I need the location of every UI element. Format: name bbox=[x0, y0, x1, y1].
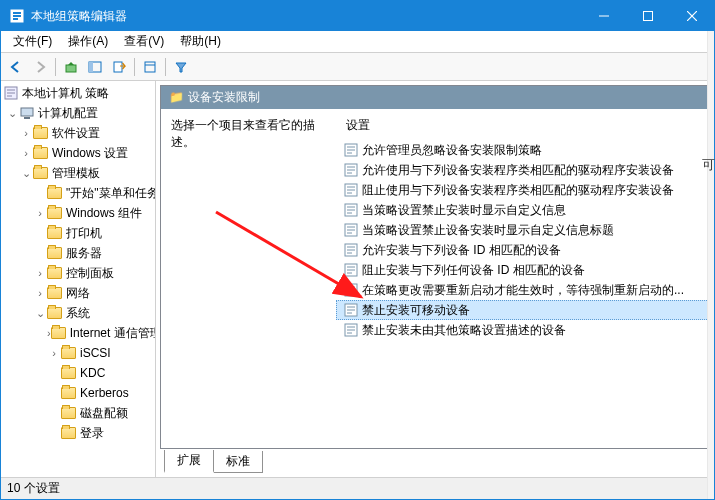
show-hide-tree-button[interactable] bbox=[84, 56, 106, 78]
tree-label: Kerberos bbox=[80, 386, 129, 400]
collapse-icon[interactable]: ⌄ bbox=[33, 307, 47, 320]
description-prompt: 选择一个项目来查看它的描述。 bbox=[171, 117, 326, 151]
setting-row[interactable]: 允许管理员忽略设备安装限制策略 bbox=[336, 140, 709, 160]
tree-label: 登录 bbox=[80, 425, 104, 442]
up-button[interactable] bbox=[60, 56, 82, 78]
tree-windows-components[interactable]: ›Windows 组件 bbox=[1, 203, 155, 223]
setting-row[interactable]: 阻止使用与下列设备安装程序类相匹配的驱动程序安装设备 bbox=[336, 180, 709, 200]
expand-icon[interactable]: › bbox=[19, 127, 33, 139]
right-body: 选择一个项目来查看它的描述。 设置 允许管理员忽略设备安装限制策略允许使用与下列… bbox=[161, 109, 709, 448]
setting-label: 允许使用与下列设备安装程序类相匹配的驱动程序安装设备 bbox=[362, 162, 674, 179]
setting-row[interactable]: 在策略更改需要重新启动才能生效时，等待强制重新启动的... bbox=[336, 280, 709, 300]
tree-iscsi[interactable]: ›iSCSI bbox=[1, 343, 155, 363]
svg-rect-5 bbox=[644, 12, 653, 21]
tree-servers[interactable]: 服务器 bbox=[1, 243, 155, 263]
column-header-setting[interactable]: 设置 bbox=[336, 114, 709, 140]
setting-row[interactable]: 允许使用与下列设备安装程序类相匹配的驱动程序安装设备 bbox=[336, 160, 709, 180]
folder-icon bbox=[47, 245, 63, 261]
tree-internet[interactable]: ›Internet 通信管理 bbox=[1, 323, 155, 343]
setting-icon bbox=[344, 163, 358, 177]
tree-computer-config[interactable]: ⌄ 计算机配置 bbox=[1, 103, 155, 123]
expand-icon[interactable]: › bbox=[33, 287, 47, 299]
setting-label: 当策略设置禁止安装时显示自定义信息 bbox=[362, 202, 566, 219]
minimize-button[interactable] bbox=[582, 1, 626, 31]
tree-label: iSCSI bbox=[80, 346, 111, 360]
setting-label: 阻止使用与下列设备安装程序类相匹配的驱动程序安装设备 bbox=[362, 182, 674, 199]
svg-rect-3 bbox=[13, 18, 18, 20]
tree-network[interactable]: ›网络 bbox=[1, 283, 155, 303]
expand-icon[interactable]: › bbox=[33, 207, 47, 219]
tree-label: 网络 bbox=[66, 285, 90, 302]
collapse-icon[interactable]: ⌄ bbox=[5, 107, 19, 120]
refresh-button[interactable] bbox=[139, 56, 161, 78]
category-header: 📁设备安装限制 bbox=[161, 86, 709, 109]
description-column: 选择一个项目来查看它的描述。 bbox=[161, 109, 336, 448]
expand-icon[interactable]: › bbox=[33, 267, 47, 279]
tree-system[interactable]: ⌄系统 bbox=[1, 303, 155, 323]
tree-label: 管理模板 bbox=[52, 165, 100, 182]
folder-icon bbox=[47, 285, 63, 301]
tree-start-menu[interactable]: "开始"菜单和任务栏 bbox=[1, 183, 155, 203]
setting-icon bbox=[344, 183, 358, 197]
tree-label: Windows 组件 bbox=[66, 205, 142, 222]
collapse-icon[interactable]: ⌄ bbox=[19, 167, 33, 180]
title-bar: 本地组策略编辑器 bbox=[1, 1, 714, 31]
body-split: 本地计算机 策略 ⌄ 计算机配置 ›软件设置 ›Windows 设置 ⌄管理模板… bbox=[1, 81, 714, 477]
svg-rect-11 bbox=[114, 62, 122, 72]
folder-small-icon: 📁 bbox=[169, 90, 184, 104]
setting-row[interactable]: 阻止安装与下列任何设备 ID 相匹配的设备 bbox=[336, 260, 709, 280]
tree-control-panel[interactable]: ›控制面板 bbox=[1, 263, 155, 283]
folder-icon bbox=[33, 165, 49, 181]
expand-icon[interactable]: › bbox=[19, 147, 33, 159]
tree-windows-settings[interactable]: ›Windows 设置 bbox=[1, 143, 155, 163]
svg-rect-18 bbox=[21, 108, 33, 116]
maximize-button[interactable] bbox=[626, 1, 670, 31]
tree-software-settings[interactable]: ›软件设置 bbox=[1, 123, 155, 143]
tree-label: 计算机配置 bbox=[38, 105, 98, 122]
setting-row[interactable]: 当策略设置禁止设备安装时显示自定义信息标题 bbox=[336, 220, 709, 240]
tree-label: 本地计算机 策略 bbox=[22, 85, 109, 102]
status-bar: 10 个设置 bbox=[1, 477, 714, 499]
tree-pane[interactable]: 本地计算机 策略 ⌄ 计算机配置 ›软件设置 ›Windows 设置 ⌄管理模板… bbox=[1, 81, 156, 477]
tree-label: 服务器 bbox=[66, 245, 102, 262]
menu-help[interactable]: 帮助(H) bbox=[172, 31, 229, 52]
toolbar-separator bbox=[134, 58, 135, 76]
tree-kerberos[interactable]: Kerberos bbox=[1, 383, 155, 403]
setting-row[interactable]: 禁止安装可移动设备 bbox=[336, 300, 709, 320]
settings-list[interactable]: 设置 允许管理员忽略设备安装限制策略允许使用与下列设备安装程序类相匹配的驱动程序… bbox=[336, 109, 709, 448]
menu-action[interactable]: 操作(A) bbox=[60, 31, 116, 52]
tree-label: 打印机 bbox=[66, 225, 102, 242]
setting-row[interactable]: 禁止安装未由其他策略设置描述的设备 bbox=[336, 320, 709, 340]
tree-label: 控制面板 bbox=[66, 265, 114, 282]
tree-label: Internet 通信管理 bbox=[70, 325, 156, 342]
setting-icon bbox=[344, 223, 358, 237]
menu-file[interactable]: 文件(F) bbox=[5, 31, 60, 52]
setting-label: 允许管理员忽略设备安装限制策略 bbox=[362, 142, 542, 159]
app-icon bbox=[9, 8, 25, 24]
tree-root[interactable]: 本地计算机 策略 bbox=[1, 83, 155, 103]
svg-rect-2 bbox=[13, 15, 21, 17]
tree-printers[interactable]: 打印机 bbox=[1, 223, 155, 243]
svg-rect-12 bbox=[145, 62, 155, 72]
tree-admin-templates[interactable]: ⌄管理模板 bbox=[1, 163, 155, 183]
folder-icon bbox=[33, 125, 49, 141]
expand-icon[interactable]: › bbox=[47, 347, 61, 359]
filter-button[interactable] bbox=[170, 56, 192, 78]
setting-row[interactable]: 当策略设置禁止安装时显示自定义信息 bbox=[336, 200, 709, 220]
policy-icon bbox=[3, 85, 19, 101]
tree-login[interactable]: 登录 bbox=[1, 423, 155, 443]
setting-icon bbox=[344, 203, 358, 217]
folder-icon bbox=[51, 325, 67, 341]
forward-button[interactable] bbox=[29, 56, 51, 78]
export-button[interactable] bbox=[108, 56, 130, 78]
setting-row[interactable]: 允许安装与下列设备 ID 相匹配的设备 bbox=[336, 240, 709, 260]
back-button[interactable] bbox=[5, 56, 27, 78]
tab-extended[interactable]: 扩展 bbox=[164, 450, 214, 473]
close-button[interactable] bbox=[670, 1, 714, 31]
tree-disk[interactable]: 磁盘配额 bbox=[1, 403, 155, 423]
tree-label: KDC bbox=[80, 366, 105, 380]
tab-standard[interactable]: 标准 bbox=[213, 451, 263, 473]
menu-view[interactable]: 查看(V) bbox=[116, 31, 172, 52]
folder-icon bbox=[61, 405, 77, 421]
tree-kdc[interactable]: KDC bbox=[1, 363, 155, 383]
